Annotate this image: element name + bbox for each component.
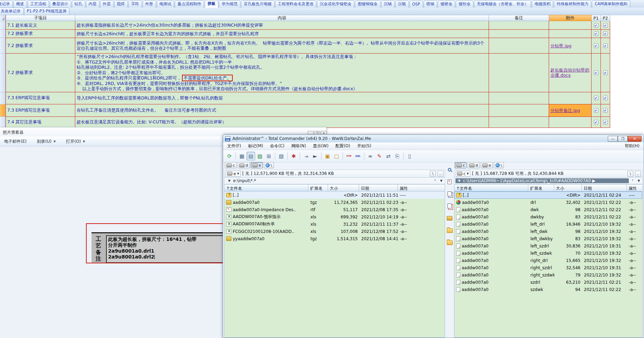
right-filter-button[interactable]: *: [630, 179, 635, 182]
view-custom-columns-icon[interactable]: ▧: [277, 152, 286, 160]
tab-镀软金[interactable]: 镀软金: [456, 0, 473, 8]
view-icon[interactable]: [446, 166, 453, 173]
tab-字符[interactable]: 字符: [128, 0, 142, 8]
drive-network-button[interactable]: \: [494, 162, 504, 168]
file-row[interactable]: aaddw007a0left_szdrl30,8362021/12/10 19:…: [454, 242, 642, 250]
row-selector[interactable]: [0, 117, 6, 128]
file-row[interactable]: aaddw007a0left_dwk982021/12/10 19:32-a--: [454, 228, 642, 235]
subtab-关表单记录[interactable]: 关表单记录: [0, 8, 23, 15]
file-row[interactable]: [..]<DIR>2021/12/11 11:51----: [224, 191, 445, 199]
left-path-bar[interactable]: ▼e:\input\*.* * ▼: [224, 178, 445, 184]
file-row[interactable]: FCGGC021001208-10(AADD..xls107,0082021/1…: [224, 228, 445, 235]
column-header-扩展名[interactable]: 扩展名: [308, 184, 328, 191]
file-row[interactable]: yyaaddw007a0tgz1,514,3152021/12/08 14:41…: [224, 235, 445, 242]
left-filter-button[interactable]: *: [433, 179, 438, 182]
tab-工艺流程[interactable]: 工艺流程: [28, 0, 49, 8]
col-header-attachment[interactable]: 附件: [549, 15, 592, 21]
tc-menu-标记(M)[interactable]: 标记(M): [248, 143, 263, 149]
file-row[interactable]: AADDW007A0-预审指示xls699,3922021/12/10 14:1…: [224, 213, 445, 220]
search-icon[interactable]: ∞: [366, 152, 375, 160]
row-selector[interactable]: [0, 92, 6, 104]
tab-概述[interactable]: 概述: [13, 0, 27, 8]
p1-checkbox[interactable]: ✔: [594, 108, 598, 113]
tab-OSP[interactable]: OSP: [410, 1, 423, 8]
drive-d-button[interactable]: d: [238, 162, 250, 168]
row-selector[interactable]: [0, 54, 6, 92]
ftp-connect-icon[interactable]: FTP: [345, 152, 353, 160]
column-header-扩展名[interactable]: 扩展名: [528, 184, 554, 191]
row-selector[interactable]: [0, 21, 6, 30]
left-filter-arrow-icon[interactable]: ▼: [439, 179, 444, 182]
copy-icon[interactable]: [446, 190, 453, 197]
tab-特殊板材制作能力[interactable]: 特殊板材制作能力: [554, 0, 591, 8]
right-filter-arrow-icon[interactable]: ▼: [636, 179, 641, 182]
p1-checkbox[interactable]: ✔: [594, 31, 598, 36]
file-row[interactable]: aaddw007a0tgz11,724,3652021/12/11 02:23-…: [224, 199, 445, 206]
drive-c-button[interactable]: c: [455, 162, 467, 168]
view-brief-icon[interactable]: ▦: [238, 152, 246, 160]
tc-menu-配置(O)[interactable]: 配置(O): [335, 143, 350, 149]
tab-华为规范[interactable]: 华为规范: [219, 0, 240, 8]
back-icon[interactable]: ◄: [302, 152, 310, 160]
refresh-icon[interactable]: ⟳: [225, 152, 234, 160]
row-selector[interactable]: [0, 38, 6, 54]
p1-checkbox[interactable]: ✔: [594, 44, 598, 48]
file-row[interactable]: aaddw007a0szdrl63,2102021/12/11 02:21-a-…: [454, 279, 642, 286]
right-drive-combo[interactable]: c ▼: [456, 171, 470, 177]
col-header-p2[interactable]: P2: [601, 15, 610, 21]
p2-checkbox[interactable]: ✔: [603, 31, 608, 36]
p2-checkbox[interactable]: ✔: [603, 44, 608, 48]
open-folder-icon[interactable]: [446, 239, 453, 246]
row-selector[interactable]: [0, 30, 6, 38]
tab-改记录[interactable]: 改记录: [0, 0, 13, 8]
column-header-文件名[interactable]: ↑文件名: [224, 184, 308, 191]
file-row[interactable]: aaddw007a0dwk982021/12/11 02:22-a--: [454, 206, 642, 213]
tab-沉金或化学镍钯金[interactable]: 沉金或化学镍钯金: [317, 0, 354, 8]
tab-无镍电镀金（含硬金、软金）[interactable]: 无镍电镀金（含硬金、软金）: [474, 0, 531, 8]
tab-电镀面积[interactable]: 电镀面积: [532, 0, 553, 8]
unpack-icon[interactable]: ▢: [332, 152, 341, 160]
maximize-button[interactable]: ❐: [618, 136, 628, 142]
p2-checkbox[interactable]: ✔: [603, 108, 608, 113]
pack-icon[interactable]: ▣: [323, 152, 332, 160]
tab-阻焊[interactable]: 阻焊: [114, 0, 128, 8]
view-full-icon[interactable]: ▤: [247, 152, 255, 160]
pv-menu-打开(O)[interactable]: 打开(O)▼: [66, 139, 85, 144]
file-row[interactable]: aaddw007a0drl32,4022021/12/11 02:22-a--: [454, 199, 642, 206]
ftp-url-icon[interactable]: URL: [354, 152, 362, 160]
tab-沉锡[interactable]: 沉锡: [381, 0, 395, 8]
tc-menu-help[interactable]: 帮助(H): [625, 143, 640, 149]
column-header-属性[interactable]: 属性: [627, 184, 643, 191]
column-header-日期[interactable]: 日期: [582, 184, 627, 191]
attachment-link[interactable]: 超长板自动分钻带的步骤.docx: [550, 67, 590, 78]
tc-menu-命令(C)[interactable]: 命令(C): [270, 143, 285, 149]
left-root-button[interactable]: \: [430, 171, 436, 177]
tab-叠层设计[interactable]: 叠层设计: [50, 0, 71, 8]
drive-network-button[interactable]: \: [264, 162, 274, 168]
tab-重点流程制作[interactable]: 重点流程制作: [175, 0, 204, 8]
view-tree-icon[interactable]: ⊞: [265, 152, 273, 160]
tab-盲孔板负片电镀[interactable]: 盲孔板负片电镀: [241, 0, 275, 8]
file-row[interactable]: [..]<DIR>2021/12/11 02:24----: [454, 191, 642, 199]
subtab-P1-P2-P3-P6规范差异[interactable]: P1-P2-P3-P6规范差异: [24, 8, 69, 15]
file-row[interactable]: aaddw007a0left_szdwk702021/12/10 19:32-a…: [454, 250, 642, 257]
file-row[interactable]: aaddw007a0left_drl16,9462021/12/10 19:32…: [454, 220, 642, 228]
left-parent-button[interactable]: ..: [438, 171, 443, 177]
tc-title-bar[interactable]: 64 Administrator^ - Total Commander (x64…: [223, 135, 644, 142]
tab-喷锡[interactable]: 喷锡: [424, 0, 437, 8]
column-header-日期[interactable]: 日期: [359, 184, 398, 191]
column-header-文件名[interactable]: ↑文件名: [454, 184, 528, 191]
pv-menu-刻录(U)[interactable]: 刻录(U)▼: [37, 139, 56, 144]
table-corner-selector[interactable]: [0, 15, 6, 21]
tc-menu-显示(W)[interactable]: 显示(W): [313, 143, 328, 149]
col-header-p1[interactable]: P1: [592, 15, 601, 21]
drive-e-button[interactable]: e: [251, 162, 263, 168]
favorites-icon[interactable]: ✱: [289, 152, 298, 160]
file-row[interactable]: aaddw007a0szdwk942021/12/11 02:22-a--: [454, 286, 642, 293]
file-row[interactable]: aaddw007a0right_drl15,6652021/12/10 19:3…: [454, 257, 642, 264]
copy-clipboard-icon[interactable]: ⎘: [393, 152, 402, 160]
column-header-大小[interactable]: 大小: [328, 184, 359, 191]
tab-沉银[interactable]: 沉银: [395, 0, 409, 8]
tab-内层[interactable]: 内层: [86, 0, 99, 8]
attachment-link[interactable]: 分钻带.jpg: [550, 43, 590, 48]
